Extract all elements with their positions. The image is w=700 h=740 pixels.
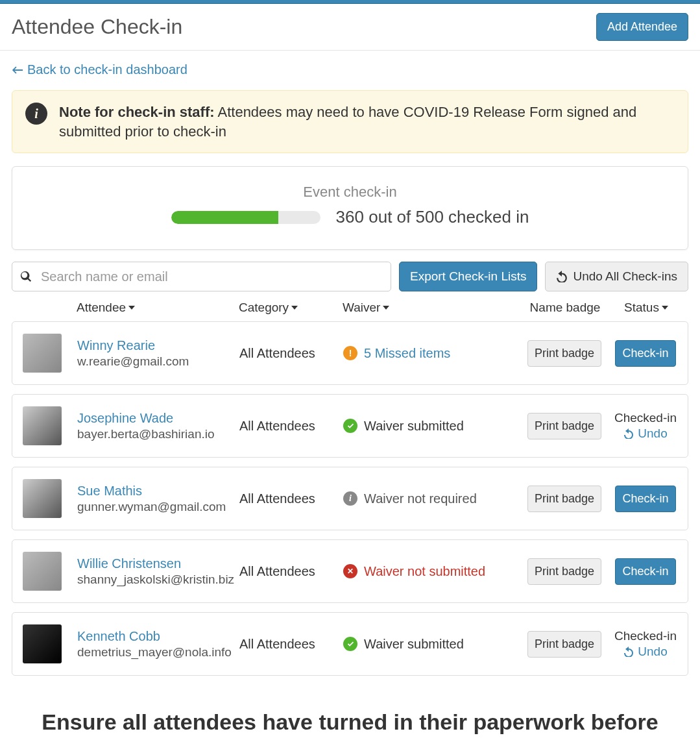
attendee-name-link[interactable]: Willie Christensen xyxy=(77,556,181,571)
avatar xyxy=(23,479,62,518)
attendee-email: gunner.wyman@gmail.com xyxy=(77,500,239,514)
table-row: Josephine Wadebayer.berta@bashirian.ioAl… xyxy=(12,394,688,458)
undo-checkin-link[interactable]: Undo xyxy=(623,645,667,659)
attendee-email: demetrius_mayer@nola.info xyxy=(77,645,239,660)
col-status-header[interactable]: Status xyxy=(624,301,668,315)
waiver-status-text: 5 Missed items xyxy=(364,346,450,361)
avatar xyxy=(23,624,62,663)
attendee-category: All Attendees xyxy=(239,419,315,433)
waiver-status-text: Waiver submitted xyxy=(364,419,464,434)
progress-panel: Event check-in 360 out of 500 checked in xyxy=(12,166,688,250)
col-waiver-header[interactable]: Waiver xyxy=(343,301,389,315)
arrow-left-icon xyxy=(12,66,23,75)
waiver-status: 5 Missed items xyxy=(343,346,519,361)
undo-all-button[interactable]: Undo All Check-ins xyxy=(545,262,688,291)
undo-all-label: Undo All Check-ins xyxy=(573,269,677,284)
table-row: Winny Reariew.rearie@gmail.comAll Attend… xyxy=(12,321,688,385)
print-badge-button[interactable]: Print badge xyxy=(527,340,601,367)
checkin-button[interactable]: Check-in xyxy=(615,486,675,512)
caret-down-icon xyxy=(383,306,389,310)
undo-icon xyxy=(623,647,634,657)
attendee-category: All Attendees xyxy=(239,346,315,360)
footer-caption: Ensure all attendees have turned in thei… xyxy=(0,697,700,740)
table-row: Kenneth Cobbdemetrius_mayer@nola.infoAll… xyxy=(12,612,688,676)
attendee-name-link[interactable]: Sue Mathis xyxy=(77,484,142,498)
staff-note-prefix: Note for check-in staff: xyxy=(59,104,215,120)
col-badge-header: Name badge xyxy=(530,301,601,314)
undo-icon xyxy=(623,428,634,439)
waiver-status: Waiver submitted xyxy=(343,419,519,434)
avatar xyxy=(23,406,62,445)
caret-down-icon xyxy=(662,306,668,310)
table-header: Attendee Category Waiver Name badge Stat… xyxy=(12,291,688,321)
search-icon xyxy=(20,271,32,282)
waiver-status: Waiver not required xyxy=(343,491,519,506)
check-icon xyxy=(343,419,357,433)
attendee-category: All Attendees xyxy=(239,637,315,651)
attendee-name-link[interactable]: Winny Rearie xyxy=(77,338,155,352)
info-icon xyxy=(343,491,357,506)
search-field[interactable] xyxy=(12,262,391,291)
export-button[interactable]: Export Check-in Lists xyxy=(399,262,538,291)
table-row: Sue Mathisgunner.wyman@gmail.comAll Atte… xyxy=(12,467,688,530)
attendee-email: bayer.berta@bashirian.io xyxy=(77,427,239,441)
page-header: Attendee Check-in Add Attendee xyxy=(0,4,700,51)
waiver-status: Waiver submitted xyxy=(343,637,519,652)
progress-bar-fill xyxy=(171,211,279,224)
table-row: Willie Christensenshanny_jaskolski@krist… xyxy=(12,539,688,603)
status-checked-label: Checked-in xyxy=(610,629,681,643)
controls-row: Export Check-in Lists Undo All Check-ins xyxy=(12,262,688,291)
add-attendee-button[interactable]: Add Attendee xyxy=(596,13,688,41)
attendee-category: All Attendees xyxy=(239,491,315,506)
attendee-name-link[interactable]: Josephine Wade xyxy=(77,411,173,425)
staff-note-text: Note for check-in staff: Attendees may n… xyxy=(59,103,675,141)
waiver-status-text: Waiver submitted xyxy=(364,637,464,652)
progress-text: 360 out of 500 checked in xyxy=(336,207,529,227)
waiver-status-text: Waiver not submitted xyxy=(364,564,485,579)
print-badge-button[interactable]: Print badge xyxy=(527,558,601,585)
print-badge-button[interactable]: Print badge xyxy=(527,631,601,658)
attendee-name-link[interactable]: Kenneth Cobb xyxy=(77,629,160,643)
back-link[interactable]: Back to check-in dashboard xyxy=(12,62,187,77)
checkin-button[interactable]: Check-in xyxy=(615,558,675,585)
waiver-status: Waiver not submitted xyxy=(343,564,519,579)
undo-checkin-link[interactable]: Undo xyxy=(623,426,667,441)
staff-note: i Note for check-in staff: Attendees may… xyxy=(12,90,688,153)
undo-icon xyxy=(556,271,568,282)
back-link-label: Back to check-in dashboard xyxy=(27,62,187,77)
print-badge-button[interactable]: Print badge xyxy=(527,486,601,512)
status-checked-label: Checked-in xyxy=(610,411,681,425)
print-badge-button[interactable]: Print badge xyxy=(527,413,601,439)
avatar xyxy=(23,552,62,591)
check-icon xyxy=(343,637,357,651)
caret-down-icon xyxy=(291,306,298,310)
checkin-button[interactable]: Check-in xyxy=(615,340,675,367)
waiver-status-text: Waiver not required xyxy=(364,491,477,506)
caret-down-icon xyxy=(128,306,135,310)
search-input[interactable] xyxy=(41,269,383,284)
page-title: Attendee Check-in xyxy=(12,15,182,39)
progress-bar xyxy=(171,211,320,224)
progress-title: Event check-in xyxy=(32,184,668,201)
attendee-category: All Attendees xyxy=(239,564,315,578)
col-attendee-header[interactable]: Attendee xyxy=(77,301,135,315)
x-icon xyxy=(343,564,357,578)
attendee-email: w.rearie@gmail.com xyxy=(77,354,239,369)
warning-icon xyxy=(343,346,357,360)
col-category-header[interactable]: Category xyxy=(239,301,298,315)
info-icon: i xyxy=(25,103,47,125)
progress-row: 360 out of 500 checked in xyxy=(32,207,668,227)
attendee-email: shanny_jaskolski@kristin.biz xyxy=(77,573,239,587)
avatar xyxy=(23,334,62,373)
